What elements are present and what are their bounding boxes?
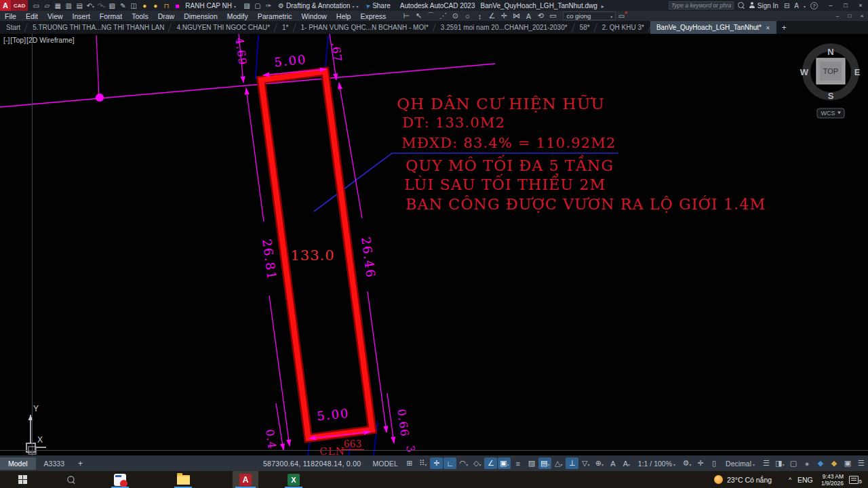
preview-icon[interactable]: ◫ — [128, 1, 139, 10]
dim-radius-icon[interactable]: ⊙ — [449, 12, 461, 21]
file-explorer-button[interactable] — [172, 471, 195, 488]
menu-item[interactable]: Parametric — [253, 12, 297, 20]
dim-style-combobox[interactable]: co giong — [563, 12, 616, 20]
redo-icon[interactable]: ↷ — [96, 1, 106, 10]
annotation-line-1[interactable]: QH DÂN CƯ HIỆN HỮU — [397, 94, 605, 113]
new-file-tab-button[interactable]: + — [776, 21, 792, 34]
undo-icon[interactable]: ↶ — [85, 1, 96, 10]
dynamic-ucs-icon[interactable]: ⊥ — [566, 458, 578, 469]
geolocation-icon[interactable]: ◆ — [814, 458, 827, 469]
parcel-number-label[interactable]: 663 CLN — [319, 439, 364, 455]
search-input[interactable] — [669, 1, 734, 9]
wcs-dropdown[interactable]: WCS — [817, 108, 844, 118]
object-snap-icon[interactable]: ▣ — [498, 458, 511, 469]
markup-icon[interactable]: ✎ — [117, 1, 128, 10]
menu-item[interactable]: File — [0, 12, 21, 20]
dropdown-caret-icon[interactable] — [689, 460, 691, 468]
dim-aligned-icon[interactable]: ↖ — [412, 12, 425, 21]
viewport-menu-button[interactable]: [-] — [3, 36, 9, 44]
survey-point[interactable] — [96, 94, 104, 102]
menu-item[interactable]: Dimension — [179, 12, 222, 20]
drawing-canvas[interactable]: [-][Top][2D Wireframe] — [0, 34, 868, 455]
stamp-icon[interactable]: ✑ — [263, 1, 274, 10]
app-store-cart-icon[interactable]: ⊟ — [784, 2, 789, 9]
dropdown-caret-icon[interactable] — [783, 460, 785, 468]
menu-item[interactable]: Help — [332, 12, 356, 20]
viewcube-top-face[interactable]: TOP — [823, 67, 838, 75]
clock[interactable]: 9:43 AM1/9/2026 — [815, 471, 844, 488]
geo-marker-icon[interactable]: ◆ — [828, 458, 841, 469]
autoscale-icon[interactable]: A — [620, 458, 633, 469]
annotation-line-2[interactable]: DT: 133.0M2 — [402, 115, 505, 131]
menu-item[interactable]: Express — [355, 12, 391, 20]
help-icon[interactable]: ? — [810, 2, 818, 9]
menu-item[interactable]: Draw — [153, 12, 180, 20]
minimize-button[interactable]: – — [831, 11, 844, 21]
dropdown-caret-icon[interactable] — [425, 460, 427, 468]
dropdown-caret-icon[interactable] — [628, 460, 630, 468]
viewcube[interactable]: N W E S TOP WCS — [800, 47, 861, 118]
annotation-line-3[interactable]: MĐXD: 83.4% = 110.92M2 — [401, 135, 616, 151]
osnap-tracking-icon[interactable]: ∠ — [484, 458, 497, 469]
dropdown-caret-icon[interactable] — [588, 460, 590, 468]
menu-item[interactable]: Insert — [68, 12, 95, 20]
dim-arc-icon[interactable]: ⌒ — [425, 12, 437, 21]
gizmo-icon[interactable]: ⊕ — [593, 458, 606, 469]
close-button[interactable]: × — [853, 0, 868, 11]
action-center-button[interactable]: 5 — [846, 471, 861, 488]
file-tab-7[interactable]: 2. QH KHU 3* — [596, 21, 650, 34]
dropdown-caret-icon[interactable] — [466, 460, 468, 468]
dim-front-left-text[interactable]: 4.69 — [233, 37, 249, 66]
workspace-switcher[interactable]: Drafting & Annotation — [278, 2, 359, 9]
new-layout-button[interactable]: + — [73, 459, 88, 468]
annotation-monitor-icon[interactable]: ✛ — [694, 458, 707, 469]
dim-angular-icon[interactable]: ∠ — [486, 12, 498, 21]
show-hidden-icons-button[interactable]: ^ — [785, 471, 795, 488]
excel-taskbar-button[interactable]: X — [282, 471, 305, 488]
parcel-number-text[interactable]: 663 — [344, 439, 362, 449]
file-tab-6[interactable]: 58* — [574, 21, 596, 34]
new-doc-icon[interactable]: ▢ — [252, 1, 263, 10]
model-space[interactable]: 5.00 5.00 26.81 26.46 4.69 .67 0.4 0.66 … — [0, 34, 868, 455]
selection-cycling-icon[interactable]: ▤ — [538, 458, 551, 469]
grid-display-icon[interactable]: ⊞ — [403, 458, 416, 469]
layer-control-dropdown[interactable]: RANH CAP NH — [185, 2, 236, 9]
dynamic-input-icon[interactable]: ✛ — [430, 458, 443, 469]
dim-text-icon[interactable]: A — [522, 12, 534, 21]
menu-item[interactable]: Edit — [21, 12, 43, 20]
coordinate-readout[interactable]: 587300.64, 1182048.14, 0.00 — [263, 460, 368, 468]
save-as-icon[interactable]: ▥ — [63, 1, 74, 10]
file-tab-5[interactable]: 3.2591 moi nam 20...CHANH_2021-2030* — [435, 21, 574, 34]
close-button[interactable]: × — [856, 11, 868, 21]
dim-style-icon[interactable]: ▭ — [547, 12, 559, 21]
dropdown-caret-icon[interactable] — [92, 2, 94, 9]
dropdown-caret-icon[interactable] — [479, 460, 481, 468]
light-bulb-2-icon[interactable]: ● — [150, 1, 161, 10]
customization-icon[interactable]: ☰ — [855, 458, 868, 469]
restore-button[interactable]: □ — [844, 11, 856, 21]
file-tab-1[interactable]: 5.TRUONG THI THA...NG THI THANH LAN — [26, 21, 170, 34]
dim-linear-icon[interactable]: ⊢ — [400, 12, 412, 21]
clean-screen-icon[interactable]: ▣ — [842, 458, 854, 469]
dim-front-right-text[interactable]: .67 — [329, 41, 344, 63]
annotation-visibility-icon[interactable]: A — [606, 458, 619, 469]
viewcube-east[interactable]: E — [854, 67, 861, 77]
file-tab-4[interactable]: 1- PHAN VUNG QHC...N BCHANH - MOI* — [295, 21, 435, 34]
annotation-line-4[interactable]: QUY MÔ TỐI ĐA 5 TẦNG — [406, 155, 614, 174]
open-folder-icon[interactable]: ▱ — [41, 1, 52, 10]
dropdown-caret-icon[interactable] — [507, 460, 509, 468]
model-space-toggle[interactable]: MODEL — [368, 460, 402, 468]
layer-color-swatch[interactable]: ■ — [172, 1, 182, 10]
isolate-objects-icon[interactable]: ▯ — [708, 458, 721, 469]
ui-visibility-icon[interactable]: ◨ — [774, 458, 787, 469]
viewcube-west[interactable]: W — [800, 67, 809, 77]
new-file-icon[interactable]: ▭ — [31, 1, 41, 10]
dim-rear-right-text-2[interactable]: 3 — [403, 445, 417, 453]
close-tab-icon[interactable] — [766, 24, 770, 31]
title-menu-arrow-icon[interactable] — [597, 2, 604, 9]
minimize-button[interactable]: – — [823, 0, 838, 11]
menu-item[interactable]: Modify — [222, 12, 253, 20]
sheet-set-icon[interactable]: ▧ — [106, 1, 117, 10]
status-tray-icon[interactable]: ▢ — [787, 458, 800, 469]
restore-button[interactable]: □ — [838, 0, 853, 11]
